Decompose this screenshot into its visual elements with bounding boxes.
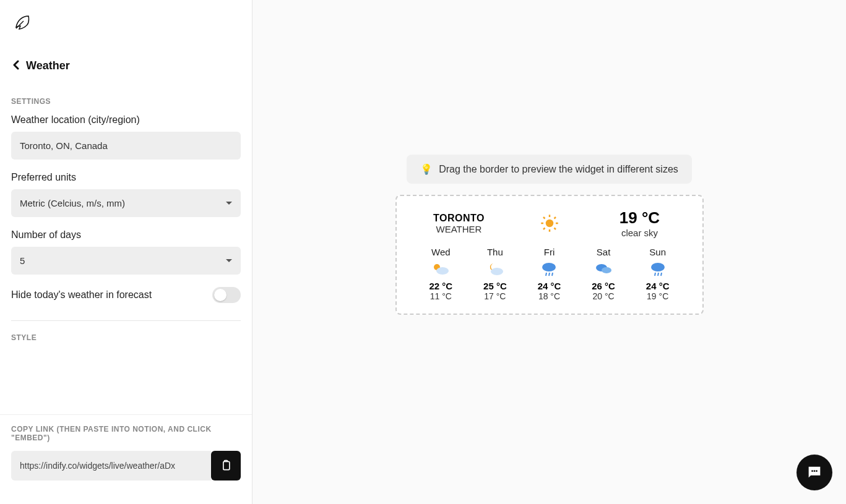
- forecast-day-name: Wed: [414, 247, 468, 257]
- style-section-label: STYLE: [11, 333, 241, 342]
- location-label: Weather location (city/region): [11, 114, 241, 126]
- svg-line-23: [661, 273, 662, 276]
- forecast-day-name: Sun: [631, 247, 685, 257]
- svg-line-15: [546, 273, 546, 276]
- svg-line-10: [554, 217, 556, 219]
- header-row: Weather: [0, 47, 252, 85]
- svg-line-21: [655, 273, 655, 276]
- forecast-day: Thu25 °C17 °C: [468, 247, 522, 301]
- forecast-day: Wed22 °C11 °C: [414, 247, 468, 301]
- forecast-day-name: Thu: [468, 247, 522, 257]
- units-select[interactable]: Metric (Celcius, m/s, mm): [11, 189, 241, 217]
- forecast-day-name: Sat: [576, 247, 631, 257]
- chat-fab[interactable]: [796, 455, 832, 490]
- copy-row: [11, 451, 241, 481]
- current-desc: clear sky: [595, 228, 685, 238]
- svg-line-16: [549, 273, 550, 276]
- forecast-low: 20 °C: [576, 291, 631, 301]
- city-block: TORONTO WEATHER: [414, 213, 504, 234]
- chat-icon: [806, 464, 823, 481]
- forecast-day: Fri24 °C18 °C: [522, 247, 577, 301]
- settings-scroll[interactable]: SETTINGS Weather location (city/region) …: [0, 85, 252, 414]
- clipboard-icon: [220, 459, 232, 472]
- forecast-high: 22 °C: [414, 281, 468, 291]
- hide-today-label: Hide today's weather in forecast: [11, 289, 152, 301]
- units-label: Preferred units: [11, 172, 241, 183]
- settings-section-label: SETTINGS: [11, 97, 241, 106]
- forecast-high: 26 °C: [576, 281, 631, 291]
- forecast-low: 11 °C: [414, 291, 468, 301]
- svg-point-25: [814, 470, 816, 472]
- forecast-icon: [522, 260, 577, 278]
- forecast-day-name: Fri: [522, 247, 577, 257]
- logo[interactable]: [0, 12, 252, 47]
- copy-button[interactable]: [211, 451, 241, 481]
- svg-point-12: [436, 267, 449, 275]
- copy-link-label: COPY LINK (THEN PASTE INTO NOTION, AND C…: [11, 425, 241, 442]
- forecast-low: 19 °C: [631, 291, 685, 301]
- feather-icon: [12, 12, 32, 32]
- days-label: Number of days: [11, 229, 241, 241]
- svg-point-20: [651, 263, 665, 271]
- location-input[interactable]: [11, 132, 241, 160]
- forecast-icon: [576, 260, 631, 278]
- forecast-icon: [631, 260, 685, 278]
- current-temp-block: 19 °C clear sky: [595, 208, 685, 238]
- svg-rect-1: [223, 461, 230, 469]
- link-input[interactable]: [11, 451, 211, 481]
- svg-point-26: [816, 470, 818, 472]
- chevron-down-icon: [226, 202, 232, 205]
- svg-line-22: [658, 273, 658, 276]
- widget-header: TORONTO WEATHER 19 °C clear sky: [414, 208, 685, 238]
- svg-point-13: [491, 268, 503, 275]
- forecast-high: 24 °C: [631, 281, 685, 291]
- svg-point-14: [542, 263, 556, 271]
- forecast-icon: [468, 260, 522, 278]
- svg-line-8: [554, 228, 556, 230]
- units-value: Metric (Celcius, m/s, mm): [20, 198, 125, 208]
- svg-point-24: [811, 470, 813, 472]
- toggle-knob: [214, 289, 227, 301]
- sidebar: Weather SETTINGS Weather location (city/…: [0, 0, 253, 504]
- forecast-high: 24 °C: [522, 281, 577, 291]
- days-value: 5: [20, 255, 25, 266]
- svg-line-9: [543, 228, 545, 230]
- hint-box: 💡 Drag the border to preview the widget …: [407, 155, 692, 184]
- forecast-day: Sat26 °C20 °C: [576, 247, 631, 301]
- hint-text: Drag the border to preview the widget in…: [439, 164, 678, 175]
- forecast-row: Wed22 °C11 °CThu25 °C17 °CFri24 °C18 °CS…: [414, 247, 685, 301]
- back-button[interactable]: [12, 60, 20, 72]
- svg-point-2: [545, 220, 553, 228]
- forecast-day: Sun24 °C19 °C: [631, 247, 685, 301]
- current-temp: 19 °C: [595, 208, 685, 228]
- sun-icon: [540, 214, 559, 233]
- svg-line-7: [543, 217, 545, 219]
- copy-link-section: COPY LINK (THEN PASTE INTO NOTION, AND C…: [0, 414, 252, 492]
- weather-widget[interactable]: TORONTO WEATHER 19 °C clear sky Wed22 °C…: [395, 195, 704, 315]
- forecast-low: 18 °C: [522, 291, 577, 301]
- page-title: Weather: [26, 59, 70, 72]
- forecast-low: 17 °C: [468, 291, 522, 301]
- city-name: TORONTO: [414, 213, 504, 224]
- hide-today-row: Hide today's weather in forecast: [11, 287, 241, 303]
- lightbulb-icon: 💡: [420, 163, 433, 175]
- city-subtitle: WEATHER: [414, 224, 504, 234]
- chevron-left-icon: [12, 60, 20, 70]
- svg-line-17: [552, 273, 553, 276]
- forecast-high: 25 °C: [468, 281, 522, 291]
- hide-today-toggle[interactable]: [212, 287, 241, 303]
- current-weather-icon: [504, 214, 595, 233]
- days-select[interactable]: 5: [11, 247, 241, 275]
- forecast-icon: [414, 260, 468, 278]
- chevron-down-icon: [226, 259, 232, 262]
- svg-point-19: [602, 267, 611, 273]
- divider: [11, 320, 241, 321]
- main-preview: 💡 Drag the border to preview the widget …: [253, 0, 846, 504]
